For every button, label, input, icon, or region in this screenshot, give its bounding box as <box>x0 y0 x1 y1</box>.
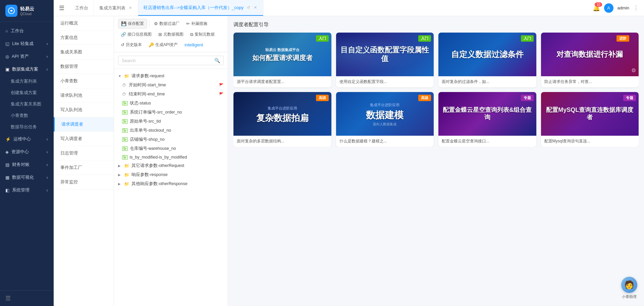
data-filter-btn[interactable]: ⚙ 数据过滤厂 <box>151 19 182 28</box>
topbar-more-btn[interactable]: ⋮ <box>633 5 639 11</box>
str-icon-shop: Sr <box>122 137 128 142</box>
sidebar-item-workspace[interactable]: ○ 工作台 <box>0 25 54 37</box>
panel-item-write-moderator[interactable]: 写入调度者 <box>54 132 114 146</box>
src-order-no-label: 系统订单编号-src_order_no <box>130 110 224 115</box>
topbar-menu-icon[interactable]: ☰ <box>59 4 64 12</box>
tab-solution-list[interactable]: 集成方案列表 ✕ <box>94 0 138 16</box>
tree-node-req-params[interactable]: ▼ 📁 请求参数-request <box>114 72 228 81</box>
card-sub2-6: 面向人数据集成 <box>373 122 396 127</box>
tab-solution-list-close[interactable]: ✕ <box>128 5 132 11</box>
sidebar-item-ops[interactable]: ⚡ 运维中心 ∨ <box>0 133 54 145</box>
src-tid-label: 原始单号-src_tid <box>130 119 224 124</box>
tab-solution-detail-close[interactable]: ✕ <box>253 5 258 10</box>
interface-view-btn[interactable]: 🔗 接口信息视图 <box>118 30 154 39</box>
patch-btn[interactable]: ✏ 补漏措施 <box>183 19 210 28</box>
tab-workspace[interactable]: 工作台 <box>70 0 94 16</box>
history-btn[interactable]: ↺ 历史版本 <box>118 40 145 49</box>
panel-item-solution-info[interactable]: 方案信息 <box>54 31 114 45</box>
notification-bell[interactable]: 🔔 10 <box>593 4 600 12</box>
tree-node-other-resp[interactable]: ▶ 📁 其他响应参数-otherResponse <box>114 179 228 188</box>
sidebar-item-solution-list[interactable]: 集成方案列表 <box>0 76 54 87</box>
logo-sub: QCloud <box>20 12 34 16</box>
panel-item-event-factory[interactable]: 事件加工厂 <box>54 161 114 175</box>
clock-icon-start: ⏱ <box>122 83 127 88</box>
panel-item-data-mgmt[interactable]: 数据管理 <box>54 59 114 74</box>
end-time-label: 结束时间-end_time <box>129 91 217 97</box>
sidebar-item-query[interactable]: 小青查数 <box>0 110 54 121</box>
save-config-btn[interactable]: 💾 保存配置 <box>118 19 147 29</box>
guide-card-3[interactable]: 自定义数据过滤条件 入门 面对复杂的过滤条件，如... <box>438 33 536 87</box>
card-main-1: 如何配置请求调度者 <box>252 54 313 62</box>
guide-card-7[interactable]: 配置金蝶云星空查询列表&组合查询 专题 配置金蝶云星空查询接口... <box>438 92 536 147</box>
tree-node-response[interactable]: ▶ 📁 响应参数-response <box>114 170 228 179</box>
card-badge-6: 高级 <box>418 95 431 101</box>
panel-item-small-query[interactable]: 小青查数 <box>54 74 114 88</box>
tree-node-stockout-no[interactable]: Sr 出库单号-stockout_no <box>114 126 228 135</box>
card-main-5: 复杂数据拍扁 <box>256 113 309 123</box>
panel-item-log-mgmt[interactable]: 日志管理 <box>54 146 114 161</box>
settings-icon-4[interactable]: ⚙ <box>631 67 636 74</box>
panel-item-request-moderator[interactable]: 请求调度者 <box>54 117 114 132</box>
stockout-no-label: 出库单号-stockout_no <box>130 128 224 133</box>
sidebar-item-data-vis[interactable]: ▦ 数据可视化 ∨ <box>0 171 54 184</box>
sidebar-item-lite[interactable]: ◱ Lite 轻集成 ∨ <box>0 37 54 50</box>
tab-solution-detail[interactable]: 旺店通销售出库-->全蝶采购入库（一件代发）_copy ↺ ✕ <box>138 0 263 16</box>
sidebar-label-resource: 资源中心 <box>11 149 29 155</box>
tree-node-end-time[interactable]: ⏱ 结束时间-end_time 🚩 <box>114 90 228 99</box>
tree-node-shop-no[interactable]: Sr 店铺编号-shop_no <box>114 135 228 144</box>
sidebar-collapse-btn[interactable]: ☰ <box>0 290 54 306</box>
guide-card-4[interactable]: 对查询数据进行补漏 进阶 ⚙ 防止请求任务异常，对查... <box>541 33 639 87</box>
sidebar-item-api[interactable]: ◎ API 资产 ∨ <box>0 50 54 63</box>
tab-solution-detail-close-c[interactable]: ↺ <box>246 5 251 10</box>
sidebar-label-api: API 资产 <box>12 53 29 59</box>
meta-view-btn[interactable]: ⊞ 元数据视图 <box>156 30 186 39</box>
guide-card-2[interactable]: 目自定义函数配置字段属性值 入门 使用自定义函数配置字段... <box>336 33 434 87</box>
guide-card-1[interactable]: 轻易云 数据集成平台 如何配置请求调度者 入门 源平台请求调度者配置置... <box>233 33 331 87</box>
toggle-other-resp[interactable]: ▶ <box>118 182 122 186</box>
tree-node-other-req[interactable]: ▶ 📁 其它请求参数-otherRequest <box>114 161 228 170</box>
is-by-modified-label: is_by_modified-is_by_modified <box>130 155 224 160</box>
api-asset-btn[interactable]: 🔑 生成API资产 <box>146 40 180 49</box>
search-box: 🔍 <box>114 52 228 69</box>
card-desc-4: 防止请求任务异常，对查... <box>541 76 639 87</box>
panel-item-request-queue[interactable]: 请求队列池 <box>54 88 114 103</box>
tree-node-status[interactable]: Sr 状态-status <box>114 99 228 108</box>
sidebar: 轻易云 QCloud ○ 工作台 ◱ Lite 轻集成 ∨ ◎ API 资产 ∨ <box>0 0 54 306</box>
sidebar-item-data-solution[interactable]: ▣ 数据集成方案 ∧ <box>0 63 54 76</box>
cards-grid: 轻易云 数据集成平台 如何配置请求调度者 入门 源平台请求调度者配置置... 目… <box>233 33 639 147</box>
sidebar-item-export[interactable]: 数据导出任务 <box>0 121 54 133</box>
toggle-req-params[interactable]: ▼ <box>118 74 122 78</box>
sidebar-item-solution-relation[interactable]: 集成方案关系图 <box>0 98 54 110</box>
str-icon-is-by-modified: Sr <box>122 155 128 160</box>
user-name: admin <box>618 5 629 10</box>
panel-item-relation-view[interactable]: 集成关系图 <box>54 45 114 59</box>
search-icon[interactable]: 🔍 <box>214 58 220 63</box>
tree-node-is-by-modified[interactable]: Sr is_by_modified-is_by_modified <box>114 153 228 161</box>
tree-node-start-time[interactable]: ⏱ 开始时间-start_time 🚩 <box>114 81 228 90</box>
panel-item-exception-monitor[interactable]: 异常监控 <box>54 175 114 189</box>
tree-node-src-order-no[interactable]: Sr 系统订单编号-src_order_no <box>114 108 228 117</box>
sidebar-item-sys-mgmt[interactable]: ◧ 系统管理 ∨ <box>0 184 54 196</box>
str-icon-src-tid: Sr <box>122 119 128 124</box>
guide-card-8[interactable]: 配置MySQL查询直连数据库调度者 专题 配置Mysql查询语句直连... <box>541 92 639 147</box>
panel-item-overview[interactable]: 运行概况 <box>54 16 114 31</box>
tree-node-warehouse-no[interactable]: Sr 仓库编号-warehouse_no <box>114 144 228 153</box>
assistant-avatar: 🧑 <box>621 277 637 293</box>
card-img-8: 配置MySQL查询直连数据库调度者 专题 <box>541 92 639 136</box>
sidebar-item-create-solution[interactable]: 创建集成方案 <box>0 87 54 98</box>
guide-card-5[interactable]: 集成平台进阶应用 复杂数据拍扁 高级 面对复杂的多层数据结构... <box>233 92 331 147</box>
toggle-response[interactable]: ▶ <box>118 173 122 177</box>
sidebar-item-resource[interactable]: ◈ 资源中心 ∨ <box>0 145 54 158</box>
intelligent-link[interactable]: intelligent <box>182 41 206 49</box>
assistant-widget[interactable]: 🧑 小青助理 <box>621 277 637 299</box>
search-input[interactable] <box>122 58 212 63</box>
sidebar-label-finance: 财务对账 <box>12 162 30 168</box>
guide-card-6[interactable]: 集成平台进阶应用 数据建模 面向人数据集成 高级 什么是数据建模？建模之... <box>336 92 434 147</box>
content-area: 运行概况 方案信息 集成关系图 数据管理 小青查数 请求队列池 写入队列池 请求… <box>54 16 644 306</box>
copy-meta-btn[interactable]: ⧉ 复制元数据 <box>187 30 217 39</box>
panel-item-write-queue[interactable]: 写入队列池 <box>54 103 114 117</box>
card-img-4: 对查询数据进行补漏 进阶 ⚙ <box>541 33 639 76</box>
sidebar-item-finance[interactable]: ▤ 财务对账 ∨ <box>0 158 54 171</box>
tree-node-src-tid[interactable]: Sr 原始单号-src_tid <box>114 117 228 126</box>
toggle-other-req[interactable]: ▶ <box>118 164 122 168</box>
